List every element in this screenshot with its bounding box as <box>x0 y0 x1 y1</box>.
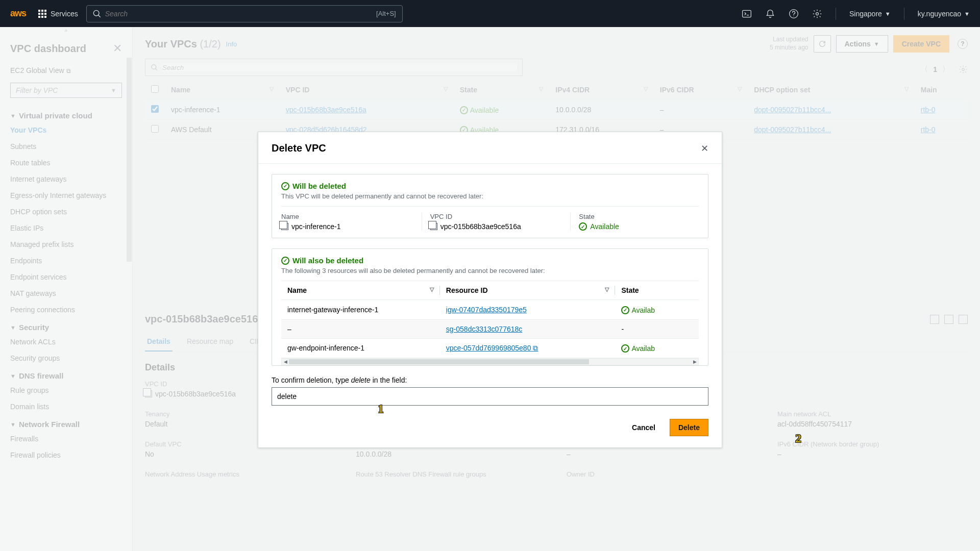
top-nav: aws Services [Alt+S] Singapore ▼ ky.nguy… <box>0 0 980 27</box>
confirm-input[interactable] <box>272 387 708 406</box>
caret-down-icon: ▼ <box>885 11 891 17</box>
scroll-left-icon[interactable]: ◀ <box>282 359 289 365</box>
annotation-1: 1 <box>378 402 384 416</box>
copy-icon[interactable] <box>281 223 288 230</box>
divider <box>904 8 904 20</box>
bell-icon[interactable] <box>765 9 775 19</box>
gear-icon[interactable] <box>812 9 822 19</box>
resources-table: Name▽ Resource ID▽ State internet-gatewa… <box>281 281 699 358</box>
resource-link[interactable]: igw-07407dad3350179e5 <box>446 306 527 314</box>
svg-point-2 <box>816 12 819 15</box>
close-icon[interactable]: ✕ <box>701 143 708 154</box>
search-input[interactable] <box>105 10 376 18</box>
scroll-thumb[interactable] <box>289 359 589 364</box>
scroll-right-icon[interactable]: ▶ <box>691 359 698 365</box>
confirm-instruction: To confirm deletion, type delete in the … <box>272 376 708 384</box>
delete-vpc-modal: Delete VPC ✕ Will be deleted This VPC wi… <box>258 132 722 448</box>
aws-logo[interactable]: aws <box>10 8 26 19</box>
resource-link[interactable]: vpce-057dd769969805e80 ⧉ <box>446 344 538 352</box>
table-row: internet-gateway-inference-1 igw-07407da… <box>281 300 699 320</box>
divider <box>836 8 836 20</box>
user-menu[interactable]: ky.nguyencao ▼ <box>918 10 970 18</box>
check-icon <box>281 257 289 265</box>
services-button[interactable]: Services <box>38 10 78 18</box>
check-icon <box>281 182 289 190</box>
sort-icon: ▽ <box>430 286 434 293</box>
table-row: gw-endpoint-inference-1 vpce-057dd769969… <box>281 338 699 358</box>
topnav-right: Singapore ▼ ky.nguyencao ▼ <box>742 8 970 20</box>
col-resource-id[interactable]: Resource ID▽ <box>440 281 616 300</box>
modal-header: Delete VPC ✕ <box>258 132 722 164</box>
will-be-deleted-box: Will be deleted This VPC will be deleted… <box>272 174 708 238</box>
table-row: – sg-058dc3313c077618c - <box>281 319 699 338</box>
cancel-button[interactable]: Cancel <box>624 419 664 436</box>
modal-body: Will be deleted This VPC will be deleted… <box>258 164 722 416</box>
check-icon <box>621 306 629 314</box>
help-icon[interactable] <box>789 9 799 19</box>
check-icon <box>579 222 587 231</box>
annotation-2: 2 <box>795 432 801 445</box>
copy-icon[interactable] <box>430 223 437 230</box>
search-hint: [Alt+S] <box>376 10 396 17</box>
col-state[interactable]: State <box>615 281 699 300</box>
sort-icon: ▽ <box>605 286 609 293</box>
cloudshell-icon[interactable] <box>742 9 752 19</box>
check-icon <box>621 344 629 353</box>
table-hscroll[interactable]: ◀ ▶ <box>281 358 699 365</box>
grid-icon <box>38 10 46 18</box>
region-selector[interactable]: Singapore ▼ <box>849 10 891 18</box>
services-label: Services <box>51 10 78 18</box>
will-also-be-deleted-box: Will also be deleted The following 3 res… <box>272 248 708 366</box>
svg-rect-0 <box>743 10 751 17</box>
modal-footer: Cancel Delete <box>258 416 722 447</box>
resource-link[interactable]: sg-058dc3313c077618c <box>446 325 522 333</box>
modal-title: Delete VPC <box>272 142 326 154</box>
caret-down-icon: ▼ <box>964 11 970 17</box>
external-link-icon: ⧉ <box>533 344 538 352</box>
delete-button[interactable]: Delete <box>670 419 708 436</box>
global-search[interactable]: [Alt+S] <box>86 5 403 22</box>
search-icon <box>93 10 101 18</box>
col-name[interactable]: Name▽ <box>281 281 440 300</box>
